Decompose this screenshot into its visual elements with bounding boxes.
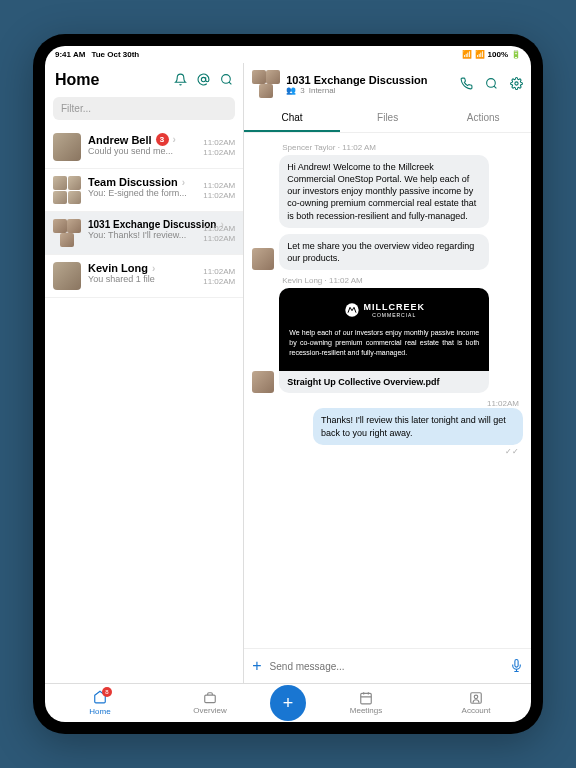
mention-icon[interactable] (197, 73, 210, 88)
conversation-item[interactable]: Kevin Long› You shared 1 file 11:02AM 11… (45, 255, 243, 298)
mic-icon[interactable] (510, 659, 523, 674)
message-time: 11:02AM (252, 399, 519, 408)
svg-point-1 (222, 74, 231, 83)
chat-pane: 1031 Exchange Discussion 👥3Internal Chat… (244, 63, 531, 683)
conversation-list-pane: Home Filter... Andrew Bell3› Could you s… (45, 63, 244, 683)
nav-home[interactable]: 8 Home (45, 684, 155, 722)
tab-actions[interactable]: Actions (435, 105, 531, 132)
convo-time: 11:02AM (203, 148, 235, 157)
signal-icon: 📶 (462, 50, 472, 59)
convo-name: Team Discussion (88, 176, 178, 188)
avatar (53, 133, 81, 161)
avatar-group (252, 70, 280, 98)
svg-point-3 (515, 81, 518, 84)
nav-add-button[interactable]: + (270, 685, 306, 721)
search-icon[interactable] (485, 77, 498, 92)
chat-scope: Internal (309, 86, 336, 95)
avatar-group (53, 219, 81, 247)
svg-point-8 (474, 695, 478, 699)
bell-icon[interactable] (174, 73, 187, 88)
convo-name: Kevin Long (88, 262, 148, 274)
svg-rect-6 (361, 693, 372, 704)
add-attachment-button[interactable]: + (252, 657, 261, 675)
avatar-group (53, 176, 81, 204)
read-receipt-icon: ✓✓ (252, 447, 519, 456)
message-input[interactable] (270, 661, 502, 672)
phone-icon[interactable] (460, 77, 473, 92)
battery-icon: 🔋 (511, 50, 521, 59)
convo-time: 11:02AM (203, 138, 235, 147)
message-bubble-sent: Thanks! I'll review this later tonight a… (313, 408, 523, 444)
battery-pct: 100% (488, 50, 508, 59)
avatar (252, 371, 274, 393)
status-time: 9:41 AM (55, 50, 85, 59)
message-meta: Spencer Taylor · 11:02 AM (282, 143, 523, 152)
gear-icon[interactable] (510, 77, 523, 92)
home-title: Home (55, 71, 99, 89)
nav-meetings[interactable]: Meetings (311, 685, 421, 721)
unread-badge: 3 (156, 133, 169, 146)
member-count: 3 (300, 86, 304, 95)
convo-name: 1031 Exchange Discussion (88, 219, 216, 230)
attachment[interactable]: MILLCREEKCOMMERCIAL We help each of our … (279, 288, 489, 393)
filter-input[interactable]: Filter... (53, 97, 235, 120)
svg-point-0 (202, 77, 206, 81)
message-meta: Kevin Long · 11:02 AM (282, 276, 523, 285)
message-bubble: Let me share you the overview video rega… (279, 234, 489, 270)
conversation-item[interactable]: Andrew Bell3› Could you send me... 11:02… (45, 126, 243, 169)
status-date: Tue Oct 30th (91, 50, 139, 59)
conversation-item[interactable]: 1031 Exchange Discussion› You: Thanks! I… (45, 212, 243, 255)
attachment-text: We help each of our investors enjoy mont… (289, 328, 479, 357)
svg-point-2 (487, 78, 496, 87)
attachment-logo-text: MILLCREEK (364, 302, 426, 312)
chevron-right-icon: › (173, 134, 176, 145)
status-bar: 9:41 AM Tue Oct 30th 📶 📶 100% 🔋 (45, 46, 531, 63)
search-icon[interactable] (220, 73, 233, 88)
conversation-item[interactable]: Team Discussion› You: E-signed the form.… (45, 169, 243, 212)
attachment-filename: Straight Up Collective Overview.pdf (279, 371, 489, 393)
convo-name: Andrew Bell (88, 134, 152, 146)
nav-badge: 8 (102, 687, 112, 697)
members-icon: 👥 (286, 86, 296, 95)
nav-overview[interactable]: Overview (155, 685, 265, 721)
bottom-nav: 8 Home Overview + Meetings Account (45, 683, 531, 722)
avatar (252, 248, 274, 270)
message-bubble: Hi Andrew! Welcome to the Millcreek Comm… (279, 155, 489, 228)
avatar (53, 262, 81, 290)
svg-rect-5 (205, 695, 216, 703)
tab-chat[interactable]: Chat (244, 105, 340, 132)
nav-account[interactable]: Account (421, 685, 531, 721)
tab-files[interactable]: Files (340, 105, 436, 132)
chat-title: 1031 Exchange Discussion (286, 74, 448, 86)
wifi-icon: 📶 (475, 50, 485, 59)
